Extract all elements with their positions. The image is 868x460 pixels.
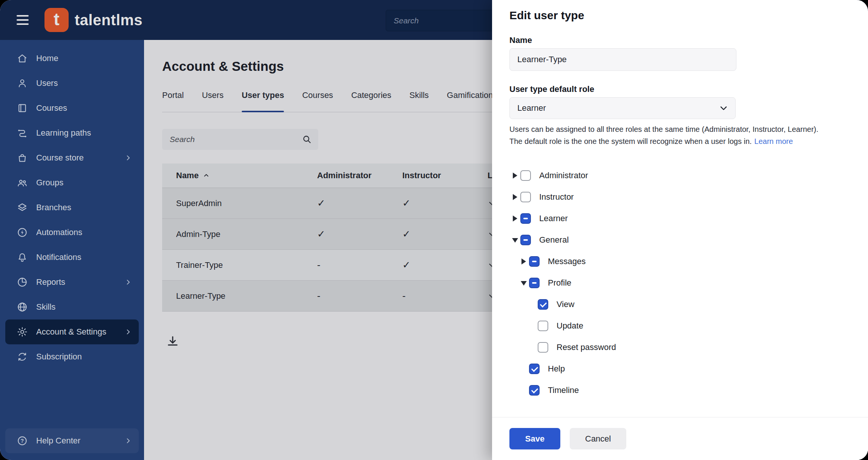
name-field[interactable] bbox=[509, 48, 736, 71]
role-description-line1: Users can be assigned to all three roles… bbox=[509, 125, 818, 133]
app-window: t talentlms HomeUsersCoursesLearning pat… bbox=[0, 0, 868, 460]
tree-item-profile: Profile bbox=[492, 272, 868, 293]
name-label: Name bbox=[509, 35, 532, 45]
tree-item-label: View bbox=[557, 300, 574, 309]
default-role-select[interactable]: Learner bbox=[509, 97, 736, 119]
role-description: Users can be assigned to all three roles… bbox=[509, 123, 849, 147]
tree-item-label: Instructor bbox=[539, 192, 574, 202]
cancel-button[interactable]: Cancel bbox=[570, 428, 626, 449]
checkbox-update[interactable] bbox=[538, 321, 548, 331]
tree-item-administrator: Administrator bbox=[492, 165, 868, 186]
tree-item-general: General bbox=[492, 229, 868, 251]
chevron-down-icon bbox=[719, 103, 728, 113]
chevron-down bbox=[719, 103, 728, 113]
checkbox-administrator[interactable] bbox=[520, 170, 531, 181]
tree-item-label: Reset password bbox=[557, 342, 616, 352]
checkbox-learner[interactable] bbox=[520, 213, 531, 224]
learn-more-link[interactable]: Learn more bbox=[755, 137, 793, 145]
tree-item-reset-password: Reset password bbox=[492, 336, 868, 358]
checkbox-reset-password[interactable] bbox=[538, 342, 548, 353]
checkbox-timeline[interactable] bbox=[529, 385, 540, 396]
permissions-tree: AdministratorInstructorLearnerGeneralMes… bbox=[492, 165, 868, 401]
expand-icon[interactable] bbox=[512, 215, 518, 222]
tree-item-timeline: Timeline bbox=[492, 379, 868, 401]
checkbox-general[interactable] bbox=[520, 235, 531, 245]
checkbox-help[interactable] bbox=[529, 364, 540, 374]
panel-title: Edit user type bbox=[509, 9, 584, 22]
collapse-icon[interactable] bbox=[512, 237, 518, 243]
tree-item-instructor: Instructor bbox=[492, 186, 868, 208]
checkbox-profile[interactable] bbox=[529, 278, 540, 288]
tree-item-label: Profile bbox=[548, 278, 571, 288]
checkbox-instructor[interactable] bbox=[520, 192, 531, 202]
tree-item-learner: Learner bbox=[492, 208, 868, 229]
role-label: User type default role bbox=[509, 84, 594, 94]
tree-item-help: Help bbox=[492, 358, 868, 379]
checkbox-messages[interactable] bbox=[529, 256, 540, 267]
tree-item-update: Update bbox=[492, 315, 868, 336]
role-description-line2: The default role is the one the system w… bbox=[509, 137, 752, 145]
tree-item-messages: Messages bbox=[492, 251, 868, 272]
talentlms-app: t talentlms HomeUsersCoursesLearning pat… bbox=[0, 0, 868, 460]
tree-item-label: Update bbox=[557, 321, 583, 331]
expand-icon[interactable] bbox=[512, 194, 518, 200]
selected-role-value: Learner bbox=[517, 103, 719, 113]
edit-user-type-panel: Edit user type Name User type default ro… bbox=[492, 0, 868, 460]
checkbox-view[interactable] bbox=[538, 299, 548, 310]
tree-item-view: View bbox=[492, 293, 868, 315]
expand-icon[interactable] bbox=[521, 258, 527, 264]
tree-item-label: Help bbox=[548, 364, 565, 374]
tree-item-label: Learner bbox=[539, 214, 568, 223]
tree-item-label: Administrator bbox=[539, 171, 588, 180]
tree-item-label: General bbox=[539, 235, 569, 245]
overlay-scrim[interactable] bbox=[0, 0, 492, 460]
panel-footer: Save Cancel bbox=[492, 417, 868, 460]
expand-icon[interactable] bbox=[512, 173, 518, 179]
tree-item-label: Timeline bbox=[548, 385, 579, 395]
tree-item-label: Messages bbox=[548, 257, 586, 266]
save-button[interactable]: Save bbox=[509, 428, 560, 449]
collapse-icon[interactable] bbox=[521, 280, 527, 286]
